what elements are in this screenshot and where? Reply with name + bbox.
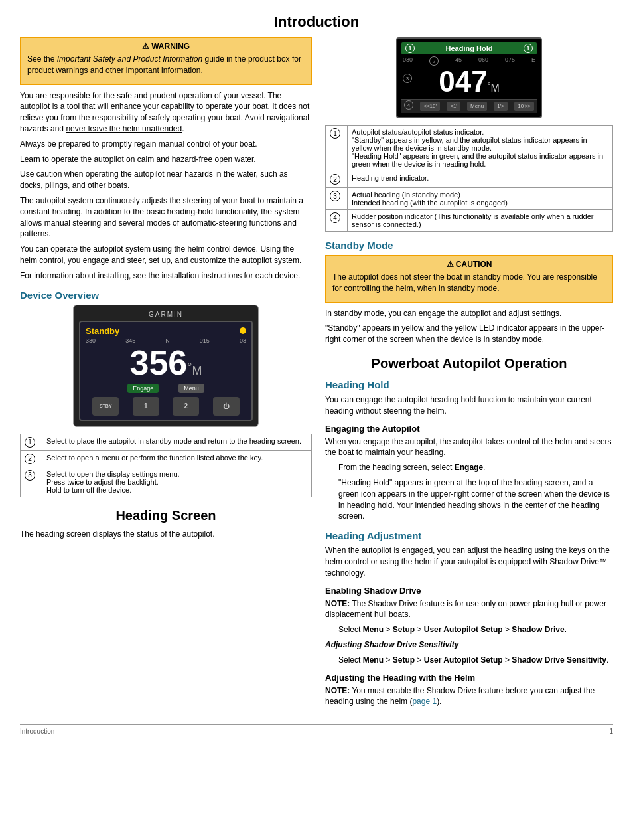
intro-p3: Learn to operate the autopilot on calm a…	[20, 154, 312, 165]
helm-note-label: NOTE:	[325, 686, 350, 695]
device-standby: Standby	[86, 326, 119, 336]
footer-right: 1	[609, 728, 613, 735]
device-key-1: 1	[133, 397, 159, 416]
warning-text: See the Important Safety and Product Inf…	[27, 54, 305, 76]
hs-heading-number: 047	[439, 65, 487, 98]
hs-callout-text-2: Heading trend indicator.	[348, 171, 613, 188]
device-heading-number: 356	[130, 343, 188, 382]
warning-title: ⚠ WARNING	[27, 42, 305, 51]
warning-italic: Important Safety and Product Information	[57, 54, 202, 64]
heading-screen-callout-table: 1 Autopilot status/autopilot status indi…	[325, 125, 613, 232]
hs-circle-1-left: 1	[405, 44, 415, 53]
hs-callout-num-4: 4	[330, 212, 340, 223]
device-screen: Standby 330345N01503 356°M Engage Menu S…	[79, 321, 253, 421]
right-column: 1 Heading Hold 1 030245060075E 3 047°M 4…	[325, 37, 613, 711]
table-row: 4 Rudder position indicator (This functi…	[326, 210, 613, 232]
device-image: GARMIN Standby 330345N01503 356°M Engage…	[73, 305, 259, 427]
page-title: Introduction	[20, 13, 613, 31]
device-key-3: ⏻	[213, 397, 240, 416]
shadow-drive-step: Select Menu > Setup > User Autopilot Set…	[325, 624, 613, 635]
heading-hold-screen: 1 Heading Hold 1 030245060075E 3 047°M 4…	[396, 37, 542, 118]
hs-bottom-row: 4 <<10' <1' Menu 1'> 10'>>	[401, 99, 537, 113]
caution-box: ⚠ CAUTION The autopilot does not steer t…	[325, 255, 613, 303]
hs-circle-1-right: 1	[524, 44, 533, 53]
callout-num-1: 1	[25, 437, 35, 448]
heading-hold-intro: You can engage the autopilot heading hol…	[325, 394, 613, 417]
page-footer: Introduction 1	[20, 724, 613, 735]
hs-m: M	[490, 82, 499, 94]
page-link[interactable]: page 1	[412, 697, 437, 706]
heading-screen-title: Heading Screen	[20, 508, 312, 523]
hs-btn-1l: <1'	[447, 102, 460, 111]
hs-title-row: 1 Heading Hold 1	[401, 42, 537, 54]
heading-hold-section: Heading Hold	[325, 379, 613, 390]
intro-p4: Use caution when operating the autopilot…	[20, 169, 312, 191]
hs-heading-area: 3 047°M	[401, 67, 537, 96]
engaging-text: When you engage the autopilot, the autop…	[325, 436, 613, 459]
device-heading-m: M	[192, 364, 202, 377]
heading-adjustment-intro: When the autopilot is engaged, you can a…	[325, 545, 613, 578]
adj-shadow-italic: Adjusting Shadow Drive Sensitivity	[325, 639, 613, 651]
intro-p2: Always be prepared to promptly regain ma…	[20, 139, 312, 150]
engaging-autopilot-heading: Engaging the Autopilot	[325, 424, 613, 434]
powerboat-major-heading: Powerboat Autopilot Operation	[325, 356, 613, 371]
adjusting-helm-note: NOTE: You must enable the Shadow Drive f…	[325, 685, 613, 708]
left-column: ⚠ WARNING See the Important Safety and P…	[20, 37, 312, 711]
caution-title: ⚠ CAUTION	[332, 260, 606, 269]
hs-circle-4: 4	[404, 100, 413, 110]
table-row: 2 Select to open a menu or perform the f…	[21, 450, 312, 467]
hs-callout-text-3: Actual heading (in standby mode)Intended…	[348, 188, 613, 210]
hs-callout-text-4: Rudder position indicator (This function…	[348, 210, 613, 232]
table-row: 3 Actual heading (in standby mode)Intend…	[326, 188, 613, 210]
shadow-drive-note: NOTE: The Shadow Drive feature is for us…	[325, 598, 613, 621]
table-row: 1 Select to place the autopilot in stand…	[21, 434, 312, 450]
hs-callout-text-1: Autopilot status/autopilot status indica…	[348, 126, 613, 171]
device-key-stby: STBY	[92, 397, 119, 416]
standby-p2: "Standby" appears in yellow and the yell…	[325, 323, 613, 345]
table-row: 1 Autopilot status/autopilot status indi…	[326, 126, 613, 171]
hs-btn-menu: Menu	[467, 102, 487, 111]
callout-text-3: Select to open the display settings menu…	[42, 467, 312, 497]
footer-left: Introduction	[20, 728, 54, 735]
engaging-step1: From the heading screen, select Engage.	[325, 462, 613, 473]
callout-text-1: Select to place the autopilot in standby…	[42, 434, 312, 450]
hs-compass-row: 030245060075E	[401, 56, 537, 66]
standby-mode-heading: Standby Mode	[325, 240, 613, 251]
intro-p5: The autopilot system continuously adjust…	[20, 195, 312, 240]
hs-callout-num-1: 1	[330, 128, 340, 139]
warning-box: ⚠ WARNING See the Important Safety and P…	[20, 37, 312, 85]
hs-callout-num-3: 3	[330, 191, 340, 201]
heading-screen-intro: The heading screen displays the status o…	[20, 529, 312, 540]
device-overview-heading: Device Overview	[20, 290, 312, 301]
standby-p1: In standby mode, you can engage the auto…	[325, 308, 613, 319]
adj-shadow-step: Select Menu > Setup > User Autopilot Set…	[325, 655, 613, 666]
heading-adjustment-section: Heading Adjustment	[325, 530, 613, 541]
enabling-shadow-drive-heading: Enabling Shadow Drive	[325, 586, 613, 596]
note-label: NOTE:	[325, 599, 350, 608]
hs-title: Heading Hold	[446, 44, 493, 52]
table-row: 3 Select to open the display settings me…	[21, 467, 312, 497]
shadow-drive-note-text: The Shadow Drive feature is for use only…	[325, 599, 606, 620]
hs-btn-10l: <<10'	[420, 102, 440, 111]
table-row: 2 Heading trend indicator.	[326, 171, 613, 188]
callout-text-2: Select to open a menu or perform the fun…	[42, 450, 312, 467]
device-engage-row: Engage Menu	[86, 384, 246, 393]
intro-p6: You can operate the autopilot system usi…	[20, 244, 312, 266]
hs-circle-3: 3	[403, 74, 412, 83]
device-key-2: 2	[173, 397, 199, 416]
adj-shadow-label: Adjusting Shadow Drive Sensitivity	[325, 640, 458, 649]
engage-button-device: Engage	[127, 384, 159, 393]
callout-num-2: 2	[25, 454, 35, 464]
hs-btn-10r: 10'>>	[514, 102, 534, 111]
hs-callout-num-2: 2	[330, 174, 340, 185]
hs-btn-1r: 1'>	[494, 102, 508, 111]
engaging-step2: "Heading Hold" appears in green at the t…	[325, 477, 613, 522]
device-heading-display: 356°M	[86, 345, 246, 380]
intro-p7: For information about installing, see th…	[20, 270, 312, 282]
underline-text: never leave the helm unattended	[66, 124, 182, 133]
adjusting-helm-heading: Adjusting the Heading with the Helm	[325, 673, 613, 683]
device-callout-table: 1 Select to place the autopilot in stand…	[20, 434, 312, 497]
intro-p1: You are responsible for the safe and pru…	[20, 90, 312, 135]
callout-num-3: 3	[25, 470, 35, 481]
device-brand: GARMIN	[79, 311, 253, 318]
